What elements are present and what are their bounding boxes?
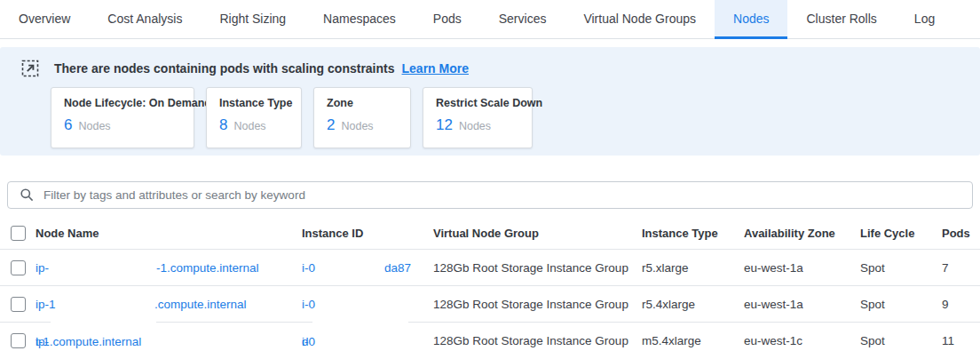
nodes-table: Node Name Instance ID Virtual Node Group…	[0, 218, 980, 359]
node-name-link[interactable]: ip-1 .compute.internal	[36, 286, 302, 322]
virtual-node-group-cell: 128Gb Root Storage Instance Group	[433, 298, 642, 311]
card-title: Instance Type	[219, 97, 288, 109]
pods-cell: 9	[942, 298, 980, 311]
life-cycle-cell: Spot	[860, 261, 942, 275]
table-row[interactable]: ip- t-1.compute.internal i-0 d 128Gb Roo…	[0, 323, 980, 359]
col-pods: Pods	[942, 227, 980, 240]
col-node-name: Node Name	[36, 227, 302, 240]
banner-message: There are nodes containing pods with sca…	[54, 61, 395, 76]
nodes-page: Overview Cost Analysis Right Sizing Name…	[0, 0, 980, 359]
col-virtual-node-group: Virtual Node Group	[433, 227, 642, 240]
filter-search-box[interactable]	[7, 181, 973, 209]
table-header-row: Node Name Instance ID Virtual Node Group…	[0, 218, 980, 250]
virtual-node-group-cell: 128Gb Root Storage Instance Group	[433, 261, 642, 275]
search-icon	[20, 187, 35, 203]
pods-cell: 11	[942, 334, 980, 347]
card-node-lifecycle[interactable]: Node Lifecycle: On Demand 6 Nodes	[51, 87, 194, 148]
card-unit: Nodes	[459, 120, 491, 132]
card-unit: Nodes	[341, 120, 373, 132]
cluster-tabbar: Overview Cost Analysis Right Sizing Name…	[0, 0, 980, 39]
instance-id-link[interactable]: i-0	[302, 286, 433, 322]
instance-id-link[interactable]: i-0 da87	[302, 250, 433, 285]
tab-cluster-rolls[interactable]: Cluster Rolls	[787, 0, 895, 39]
tab-right-sizing[interactable]: Right Sizing	[201, 0, 304, 39]
redaction-mask	[51, 320, 156, 323]
availability-zone-cell: eu-west-1a	[744, 298, 860, 311]
card-instance-type[interactable]: Instance Type 8 Nodes	[206, 87, 302, 148]
card-unit: Nodes	[78, 120, 110, 132]
tab-nodes[interactable]: Nodes	[715, 0, 787, 39]
card-unit: Nodes	[233, 120, 265, 132]
virtual-node-group-cell: 128Gb Root Storage Instance Group	[433, 334, 642, 347]
tab-virtual-node-groups[interactable]: Virtual Node Groups	[565, 0, 715, 39]
instance-id-link[interactable]: i-0 d	[302, 323, 433, 359]
card-title: Zone	[327, 97, 398, 109]
availability-zone-cell: eu-west-1a	[744, 261, 860, 275]
row-checkbox[interactable]	[11, 260, 26, 275]
instance-type-cell: m5.4xlarge	[642, 334, 744, 347]
instance-type-cell: r5.4xlarge	[642, 298, 744, 311]
tab-services[interactable]: Services	[480, 0, 565, 39]
col-availability-zone: Availability Zone	[744, 227, 860, 240]
row-checkbox[interactable]	[11, 297, 26, 312]
instance-type-cell: r5.xlarge	[642, 261, 744, 275]
scaling-constraints-banner: There are nodes containing pods with sca…	[0, 47, 980, 156]
redaction-mask	[312, 320, 408, 323]
availability-zone-cell: eu-west-1c	[744, 334, 860, 347]
tab-cost-analysis[interactable]: Cost Analysis	[89, 0, 201, 39]
tab-overview[interactable]: Overview	[0, 0, 89, 39]
card-count: 6	[64, 116, 72, 134]
tab-log[interactable]: Log	[896, 0, 953, 39]
banner-header: There are nodes containing pods with sca…	[0, 47, 980, 77]
node-name-link[interactable]: ip- t-1.compute.internal	[36, 323, 302, 359]
search-input[interactable]	[43, 188, 972, 202]
card-title: Restrict Scale Down	[436, 97, 519, 109]
card-count: 2	[327, 116, 335, 134]
card-count: 12	[436, 116, 453, 134]
tab-namespaces[interactable]: Namespaces	[304, 0, 415, 39]
col-life-cycle: Life Cycle	[860, 227, 942, 240]
card-zone[interactable]: Zone 2 Nodes	[313, 87, 411, 148]
life-cycle-cell: Spot	[860, 334, 942, 347]
table-row[interactable]: ip-1 .compute.internal i-0 128Gb Root St…	[0, 286, 980, 323]
card-count: 8	[219, 116, 227, 134]
scale-out-icon	[21, 60, 39, 77]
constraint-cards: Node Lifecycle: On Demand 6 Nodes Instan…	[51, 87, 533, 148]
life-cycle-cell: Spot	[860, 298, 942, 311]
learn-more-link[interactable]: Learn More	[402, 61, 469, 76]
row-checkbox[interactable]	[11, 333, 26, 348]
tab-pods[interactable]: Pods	[415, 0, 480, 39]
col-instance-type: Instance Type	[642, 227, 744, 240]
col-instance-id: Instance ID	[302, 227, 433, 240]
select-all-checkbox[interactable]	[11, 226, 26, 241]
pods-cell: 7	[942, 261, 980, 275]
card-restrict-scale-down[interactable]: Restrict Scale Down 12 Nodes	[423, 87, 533, 148]
table-row[interactable]: ip- -1.compute.internal i-0 da87 128Gb R…	[0, 250, 980, 286]
card-title: Node Lifecycle: On Demand	[64, 97, 181, 109]
node-name-link[interactable]: ip- -1.compute.internal	[36, 250, 302, 285]
